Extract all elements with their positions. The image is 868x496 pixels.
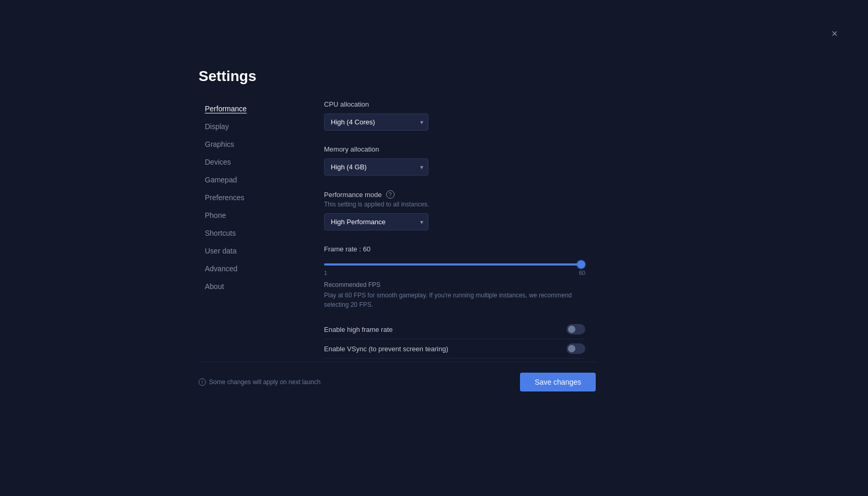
- sidebar-item-user-data[interactable]: User data: [199, 243, 303, 259]
- frame-rate-label-text: Frame rate : 60: [324, 245, 371, 253]
- toggles-container: Enable high frame rateEnable VSync (to p…: [324, 320, 585, 362]
- sidebar-item-display[interactable]: Display: [199, 118, 303, 135]
- frame-rate-range-labels: 1 60: [324, 270, 585, 276]
- performance-mode-select[interactable]: Low PowerBalancedHigh PerformanceUltra: [324, 213, 429, 230]
- sidebar-item-preferences[interactable]: Preferences: [199, 189, 303, 206]
- performance-mode-label-row: Performance mode ?: [324, 190, 585, 199]
- toggle-label-vsync: Enable VSync (to prevent screen tearing): [324, 345, 448, 353]
- sidebar: PerformanceDisplayGraphicsDevicesGamepad…: [199, 100, 303, 362]
- save-changes-button[interactable]: Save changes: [520, 373, 596, 391]
- sidebar-item-advanced[interactable]: Advanced: [199, 260, 303, 277]
- recommended-fps-text: Play at 60 FPS for smooth gameplay. If y…: [324, 291, 585, 309]
- cpu-allocation-label: CPU allocation: [324, 100, 585, 108]
- sidebar-item-gamepad[interactable]: Gamepad: [199, 171, 303, 188]
- toggle-row-high-frame-rate: Enable high frame rate: [324, 320, 585, 339]
- frame-rate-slider[interactable]: [324, 263, 585, 266]
- recommended-fps-title: Recommended FPS: [324, 281, 585, 289]
- memory-allocation-section: Memory allocation Low (1 GB)Medium (2 GB…: [324, 145, 585, 176]
- frame-rate-max-label: 60: [579, 270, 585, 276]
- performance-mode-hint: This setting is applied to all instances…: [324, 201, 585, 208]
- toggle-switch-high-frame-rate[interactable]: [566, 324, 585, 334]
- footer-notice-text: Some changes will apply on next launch: [209, 378, 320, 386]
- settings-body: PerformanceDisplayGraphicsDevicesGamepad…: [199, 100, 596, 362]
- frame-rate-min-label: 1: [324, 270, 327, 276]
- sidebar-item-devices[interactable]: Devices: [199, 154, 303, 170]
- memory-allocation-select[interactable]: Low (1 GB)Medium (2 GB)High (4 GB)Extrem…: [324, 158, 429, 176]
- info-icon: i: [199, 378, 206, 386]
- cpu-allocation-section: CPU allocation Low (1 Core)Medium (2 Cor…: [324, 100, 585, 131]
- toggle-row-vsync: Enable VSync (to prevent screen tearing): [324, 339, 585, 359]
- memory-allocation-select-wrapper: Low (1 GB)Medium (2 GB)High (4 GB)Extrem…: [324, 158, 429, 176]
- close-button[interactable]: ×: [827, 26, 842, 41]
- frame-rate-slider-wrapper: [324, 258, 585, 268]
- cpu-allocation-select[interactable]: Low (1 Core)Medium (2 Cores)High (4 Core…: [324, 113, 429, 131]
- close-icon: ×: [831, 28, 838, 40]
- sidebar-item-phone[interactable]: Phone: [199, 207, 303, 224]
- toggle-label-high-frame-rate: Enable high frame rate: [324, 326, 393, 333]
- performance-mode-select-wrapper: Low PowerBalancedHigh PerformanceUltra ▾: [324, 213, 429, 230]
- frame-rate-section: Frame rate : 60 1 60 Recommended FPS Pla…: [324, 245, 585, 309]
- toggle-switch-vsync[interactable]: [566, 343, 585, 354]
- page-title: Settings: [199, 68, 596, 85]
- cpu-allocation-select-wrapper: Low (1 Core)Medium (2 Cores)High (4 Core…: [324, 113, 429, 131]
- sidebar-item-performance[interactable]: Performance: [199, 100, 303, 117]
- memory-allocation-label: Memory allocation: [324, 145, 585, 153]
- sidebar-item-graphics[interactable]: Graphics: [199, 136, 303, 153]
- performance-mode-help-icon[interactable]: ?: [386, 190, 395, 199]
- frame-rate-label: Frame rate : 60: [324, 245, 585, 253]
- footer-notice: i Some changes will apply on next launch: [199, 378, 320, 386]
- settings-container: Settings PerformanceDisplayGraphicsDevic…: [199, 68, 596, 362]
- toggle-thumb-high-frame-rate: [568, 326, 575, 333]
- footer: i Some changes will apply on next launch…: [199, 362, 596, 391]
- performance-mode-section: Performance mode ? This setting is appli…: [324, 190, 585, 230]
- sidebar-item-shortcuts[interactable]: Shortcuts: [199, 225, 303, 241]
- performance-mode-label-text: Performance mode: [324, 191, 382, 199]
- sidebar-item-about[interactable]: About: [199, 278, 303, 295]
- toggle-thumb-vsync: [568, 345, 575, 352]
- main-content: CPU allocation Low (1 Core)Medium (2 Cor…: [303, 100, 596, 362]
